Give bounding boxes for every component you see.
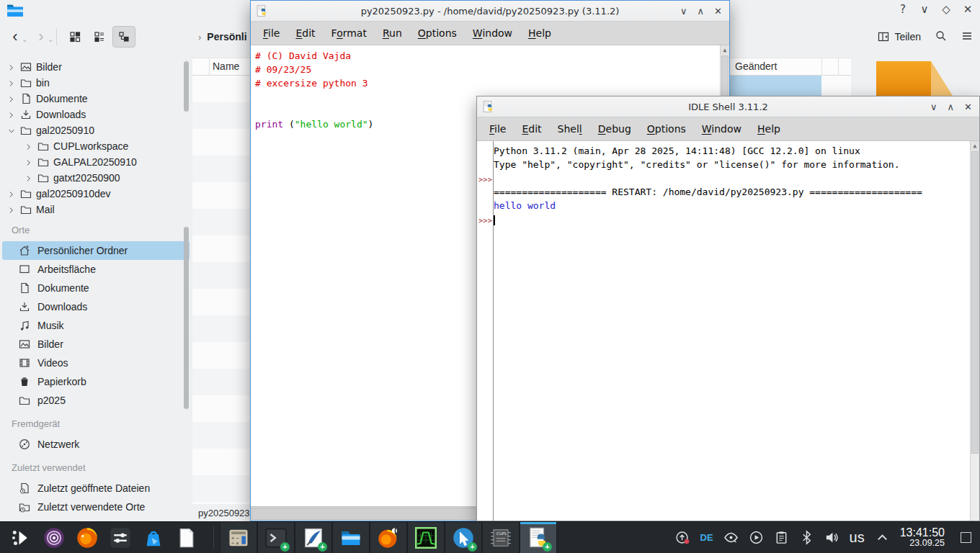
sidebar-item-arbeitsfl-che[interactable]: Arbeitsfläche — [0, 260, 192, 279]
chevron-right-icon[interactable] — [7, 63, 16, 71]
close-button[interactable]: ✕ — [964, 102, 972, 112]
task-chip-tool[interactable]: CUPL — [482, 522, 520, 553]
tree-item-cuplworkspace[interactable]: CUPLworkspace — [0, 138, 192, 154]
menu-edit[interactable]: Edit — [515, 120, 548, 138]
task-file-manager[interactable] — [332, 522, 370, 553]
menu-options[interactable]: Options — [641, 120, 692, 138]
task-firefox-audio[interactable] — [370, 522, 407, 553]
tree-item-bin[interactable]: bin — [0, 75, 192, 91]
clipboard-icon[interactable] — [774, 530, 789, 545]
menu-run[interactable]: Run — [376, 24, 409, 42]
hamburger-menu-icon[interactable] — [961, 30, 973, 44]
scroll-up-arrow-icon[interactable]: ▲ — [721, 45, 729, 55]
app-launcher-launcher-icon[interactable] — [10, 527, 32, 549]
scroll-up-arrow-icon[interactable]: ▲ — [971, 141, 979, 150]
maximize-button[interactable]: ∧ — [698, 6, 705, 17]
column-header-name[interactable]: Name — [213, 60, 239, 72]
tree-item-galpal20250910[interactable]: GALPAL20250910 — [0, 154, 192, 170]
bluetooth-icon[interactable] — [799, 530, 814, 545]
sidebar-item-zuletzt-ge-ffnete-dateien[interactable]: Zuletzt geöffnete Dateien — [0, 479, 192, 498]
menu-help[interactable]: Help — [751, 120, 787, 138]
chevron-right-icon[interactable] — [7, 78, 16, 87]
chevron-right-icon[interactable] — [24, 174, 33, 182]
details-view-button[interactable] — [88, 26, 111, 48]
task-calculator[interactable]: + −÷ × — [220, 522, 257, 553]
back-button[interactable]: ‹⌄ — [6, 29, 24, 45]
menu-help[interactable]: Help — [522, 24, 558, 42]
show-desktop-button[interactable] — [961, 532, 971, 543]
sidebar-item-p2025[interactable]: p2025 — [0, 391, 192, 410]
sidebar-scrollbar-bottom[interactable] — [184, 227, 189, 409]
chevron-right-icon[interactable] — [7, 189, 16, 198]
large-folder-icon[interactable] — [876, 61, 953, 96]
shell-vertical-scrollbar[interactable]: ▲ — [970, 141, 979, 521]
new-document-launcher-icon[interactable] — [176, 527, 197, 549]
editor-titlebar[interactable]: py20250923.py - /home/david/py20250923.p… — [251, 1, 729, 22]
chevron-right-icon[interactable] — [7, 110, 16, 119]
keyboard-layout-us[interactable]: us — [850, 529, 865, 546]
split-view-button[interactable]: Teilen — [878, 31, 921, 42]
sidebar-item-bilder[interactable]: Bilder — [0, 335, 192, 354]
chevron-right-icon[interactable] — [7, 205, 16, 214]
minimize-button[interactable]: ∨ — [680, 6, 687, 17]
volume-icon[interactable] — [824, 530, 839, 545]
sidebar-item-dokumente[interactable]: Dokumente — [0, 279, 192, 297]
sidebar-item-netzwerk[interactable]: Netzwerk — [0, 435, 192, 454]
scrollbar-thumb[interactable] — [971, 151, 979, 454]
menu-shell[interactable]: Shell — [551, 120, 589, 138]
task-idle-python[interactable]: + — [520, 522, 557, 553]
keyboard-layout-de[interactable]: DE — [700, 532, 713, 543]
tree-view-button[interactable] — [112, 26, 135, 48]
close-button[interactable]: ✕ — [961, 3, 974, 16]
tree-item-downloads[interactable]: Downloads — [0, 107, 192, 122]
menu-format[interactable]: Format — [325, 24, 373, 42]
chevron-right-icon[interactable] — [24, 142, 33, 150]
menu-file[interactable]: File — [257, 24, 286, 42]
sidebar-item-zuletzt-verwendete-orte[interactable]: Zuletzt verwendete Orte — [0, 498, 192, 516]
firefox-launcher-icon[interactable] — [76, 527, 98, 549]
discover-launcher-icon[interactable] — [143, 527, 164, 549]
task-oscilloscope[interactable] — [407, 522, 445, 553]
column-header-modified[interactable]: Geändert — [735, 60, 777, 72]
eye-icon[interactable] — [723, 530, 739, 545]
maximize-button[interactable]: ∧ — [948, 102, 955, 112]
tree-item-mail[interactable]: Mail — [0, 202, 192, 217]
menu-window[interactable]: Window — [695, 120, 748, 138]
chevron-right-icon[interactable] — [7, 94, 16, 103]
breadcrumb[interactable]: › Persönli — [198, 31, 247, 42]
tree-item-dokumente[interactable]: Dokumente — [0, 91, 192, 107]
menu-edit[interactable]: Edit — [289, 24, 321, 42]
shell-text-area[interactable]: Python 3.11.2 (main, Apr 28 2025, 14:11:… — [477, 141, 979, 521]
maximize-button[interactable]: ◇ — [940, 3, 953, 16]
forward-button[interactable]: ›⌄ — [32, 29, 50, 45]
menu-options[interactable]: Options — [411, 24, 463, 42]
media-play-icon[interactable] — [749, 530, 764, 545]
chevron-down-icon[interactable] — [7, 126, 16, 135]
task-terminal[interactable]: + — [257, 522, 295, 553]
expand-tray-icon[interactable] — [875, 530, 890, 545]
sidebar-scrollbar-top[interactable] — [184, 61, 189, 112]
sidebar-item-musik[interactable]: Musik — [0, 316, 192, 335]
tor-browser-launcher-icon[interactable] — [43, 527, 65, 549]
clock[interactable]: 13:41:50 23.09.25 — [900, 527, 945, 549]
minimize-button[interactable]: ∨ — [918, 3, 931, 16]
tree-item-gatxt20250900[interactable]: gatxt20250900 — [0, 170, 192, 186]
task-kde-app[interactable]: + — [445, 522, 482, 553]
sidebar-item-downloads[interactable]: Downloads — [0, 297, 192, 316]
close-button[interactable]: ✕ — [714, 6, 722, 17]
selected-file-row[interactable] — [730, 76, 821, 96]
sidebar-item-papierkorb[interactable]: Papierkorb — [0, 372, 192, 391]
minimize-button[interactable]: ∨ — [930, 102, 937, 112]
menu-debug[interactable]: Debug — [592, 120, 638, 138]
chevron-right-icon[interactable] — [24, 158, 33, 166]
task-office-doc[interactable]: + — [295, 522, 332, 553]
shell-titlebar[interactable]: IDLE Shell 3.11.2 ∨ ∧ ✕ — [477, 96, 979, 117]
search-icon[interactable] — [935, 30, 947, 44]
update-notifier-icon[interactable] — [675, 530, 690, 545]
system-settings-launcher-icon[interactable] — [110, 527, 131, 549]
tree-item-gal20250910dev[interactable]: gal20250910dev — [0, 186, 192, 202]
tree-item-bilder[interactable]: Bilder — [0, 59, 192, 75]
menu-window[interactable]: Window — [466, 24, 519, 42]
tree-item-gal20250910[interactable]: gal20250910 — [0, 122, 192, 138]
sidebar-item-videos[interactable]: Videos — [0, 354, 192, 372]
